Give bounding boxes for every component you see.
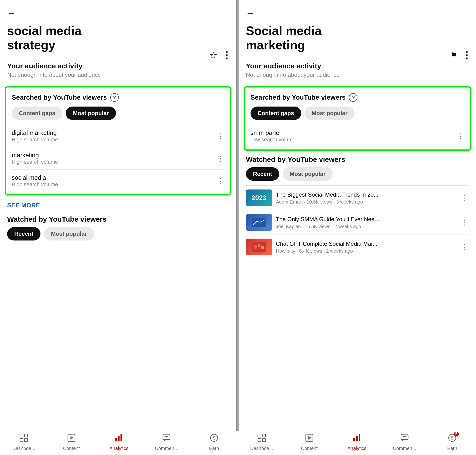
right-video-title-1: The Only SMMA Guide You'll Ever Nee... [276, 215, 458, 223]
svg-point-21 [261, 246, 264, 249]
left-header: ← [0, 0, 236, 21]
left-search-term-2: social media [12, 174, 58, 181]
left-nav-analytics[interactable]: Analytics [95, 434, 143, 451]
left-nav-comments[interactable]: Commen... [143, 434, 190, 451]
right-panel: ← Social media marketing ⚑ ⋮ Your audien… [239, 0, 476, 455]
left-see-more[interactable]: SEE MORE [0, 198, 236, 213]
right-video-more-1[interactable]: ⋮ [461, 218, 469, 227]
right-nav-earn-badge: 5 [454, 432, 459, 436]
right-watched-heading: Watched by YouTube viewers [246, 155, 469, 163]
left-search-more-0[interactable]: ⋮ [217, 132, 224, 140]
left-search-more-2[interactable]: ⋮ [217, 177, 224, 185]
left-nav-content[interactable]: Content [48, 434, 95, 451]
right-video-info-2: Chat GPT Complete Social Media Mar... Ho… [276, 240, 458, 254]
right-nav-earn-icon: $ 5 [448, 434, 456, 444]
right-video-meta-2: Howfinity · 6.4K views · 2 weeks ago [276, 248, 458, 254]
right-nav-analytics[interactable]: Analytics [333, 434, 381, 451]
left-bookmark-icon[interactable]: ☆ [209, 50, 217, 61]
left-search-item-1: marketing High search volume ⋮ [12, 147, 224, 170]
right-nav-dashboard[interactable]: Dashboa... [238, 434, 286, 451]
right-video-thumb-1 [246, 214, 272, 231]
left-title: social media strategy [7, 24, 229, 52]
right-searched-heading: Searched by YouTube viewers [251, 94, 346, 101]
left-panel: ← social media strategy ☆ ⋮ Your audienc… [0, 0, 238, 455]
left-search-volume-1: High search volume [12, 159, 58, 165]
svg-rect-9 [163, 434, 170, 439]
left-watched-section: Watched by YouTube viewers Recent Most p… [0, 213, 236, 250]
left-nav-dashboard[interactable]: Dashboa... [0, 434, 48, 451]
right-info-button[interactable]: ? [349, 93, 357, 102]
right-nav-content-icon [305, 434, 314, 444]
right-page-title: Social media marketing ⚑ ⋮ [239, 21, 476, 60]
right-watched-tab-recent[interactable]: Recent [246, 167, 279, 181]
right-tab-content-gaps[interactable]: Content gaps [251, 106, 301, 120]
svg-rect-22 [258, 434, 261, 437]
left-nav-dashboard-label: Dashboa... [12, 446, 35, 451]
left-search-more-1[interactable]: ⋮ [217, 154, 224, 162]
right-bottom-nav: Dashboa... Content Analytics [238, 431, 476, 455]
right-tab-most-popular[interactable]: Most popular [305, 106, 355, 120]
left-watched-tab-popular[interactable]: Most popular [44, 227, 94, 241]
right-video-info-1: The Only SMMA Guide You'll Ever Nee... J… [276, 215, 458, 229]
left-audience-section: Your audience activity Not enough info a… [0, 60, 236, 84]
right-video-item-2[interactable]: Chat GPT Complete Social Media Mar... Ho… [246, 235, 469, 259]
left-more-icon[interactable]: ⋮ [222, 50, 231, 61]
right-video-title-0: The Biggest Social Media Trends in 20... [276, 191, 458, 198]
right-more-icon[interactable]: ⋮ [462, 50, 471, 61]
right-search-more-0[interactable]: ⋮ [457, 132, 464, 140]
left-nav-earn[interactable]: $ Earn [190, 434, 238, 451]
right-video-meta-1: Joel Kaplan · 15.5K views · 2 weeks ago [276, 224, 458, 229]
left-nav-comments-icon [162, 434, 171, 444]
left-nav-dashboard-icon [20, 434, 28, 444]
svg-rect-2 [20, 439, 23, 442]
svg-rect-24 [258, 439, 261, 442]
left-back-button[interactable]: ← [7, 8, 16, 18]
left-tab-row: Content gaps Most popular [12, 106, 224, 120]
right-watched-tab-popular[interactable]: Most popular [283, 167, 333, 181]
right-searched-header: Searched by YouTube viewers ? [251, 93, 465, 102]
svg-rect-23 [262, 434, 265, 437]
right-video-more-0[interactable]: ⋮ [461, 194, 469, 202]
right-search-volume-0: Low search volume [251, 137, 296, 143]
right-audience-subtext: Not enough info about your audience [246, 72, 469, 78]
right-video-thumb-0: 2023 [246, 189, 272, 206]
right-video-meta-0: Adam Erhart · 10.6K views · 3 weeks ago [276, 199, 458, 205]
left-watched-tab-recent[interactable]: Recent [7, 227, 40, 241]
svg-rect-29 [356, 436, 358, 441]
left-searched-header: Searched by YouTube viewers ? [12, 93, 224, 102]
right-watched-tab-row: Recent Most popular [246, 167, 469, 181]
right-video-item-0[interactable]: 2023 The Biggest Social Media Trends in … [246, 186, 469, 210]
left-search-term-1: marketing [12, 152, 58, 159]
left-search-item-2: social media High search volume ⋮ [12, 170, 224, 192]
left-nav-comments-label: Commen... [155, 446, 178, 451]
right-title: Social media marketing [246, 24, 469, 52]
right-tab-row: Content gaps Most popular [251, 106, 465, 120]
right-back-button[interactable]: ← [246, 8, 254, 18]
svg-rect-31 [401, 434, 408, 439]
right-nav-comments[interactable]: Commen... [381, 434, 428, 451]
svg-text:$: $ [451, 436, 453, 440]
svg-rect-14 [252, 218, 266, 227]
left-info-button[interactable]: ? [110, 93, 119, 102]
left-actions: ☆ ⋮ [209, 50, 231, 61]
right-video-thumb-2 [246, 239, 272, 255]
right-nav-analytics-icon [353, 434, 361, 444]
right-nav-comments-icon [400, 434, 409, 444]
right-watched-section: Watched by YouTube viewers Recent Most p… [239, 153, 476, 264]
svg-text:$: $ [213, 436, 215, 440]
left-nav-analytics-label: Analytics [109, 446, 128, 451]
svg-rect-6 [115, 438, 117, 441]
left-tab-most-popular[interactable]: Most popular [66, 106, 116, 120]
right-nav-earn[interactable]: $ 5 Earn [428, 434, 476, 451]
right-video-title-2: Chat GPT Complete Social Media Mar... [276, 240, 458, 247]
left-tab-content-gaps[interactable]: Content gaps [12, 106, 62, 120]
svg-point-20 [258, 244, 261, 247]
left-searched-box: Searched by YouTube viewers ? Content ga… [5, 86, 231, 195]
svg-marker-5 [71, 436, 74, 439]
left-audience-subtext: Not enough info about your audience [7, 72, 229, 78]
right-nav-dashboard-icon [257, 434, 266, 444]
right-bookmark-icon[interactable]: ⚑ [450, 50, 457, 60]
right-nav-content[interactable]: Content [286, 434, 333, 451]
right-video-item-1[interactable]: The Only SMMA Guide You'll Ever Nee... J… [246, 210, 469, 235]
right-video-more-2[interactable]: ⋮ [461, 243, 469, 251]
